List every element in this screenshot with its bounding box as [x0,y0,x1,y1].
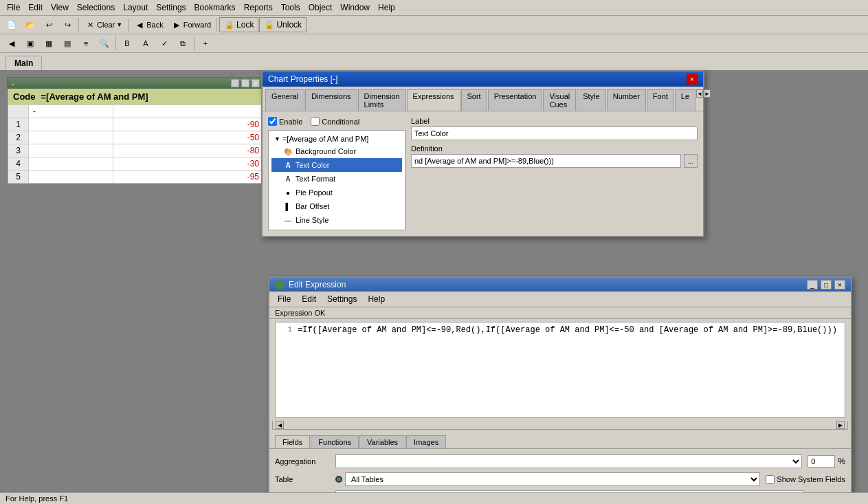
menu-file[interactable]: File [3,1,24,14]
tree-item-bar-offset[interactable]: ▌Bar Offset [271,199,402,213]
table-select[interactable]: All Tables [345,472,760,486]
expr-menu-help[interactable]: Help [364,293,389,305]
ss-row-value: -50 [113,131,263,144]
clear-button[interactable]: ✕ Clear ▼ [81,17,126,32]
expr-status: Expression OK [269,307,851,319]
aggregation-row: Aggregation % [275,454,845,468]
chart-tab-visual-cues[interactable]: Visual Cues [543,89,576,111]
menu-reports[interactable]: Reports [240,1,277,14]
tb2-btn2[interactable]: ▣ [21,36,39,51]
tree-root[interactable]: ▼ =[Average of AM and PM] [271,133,402,144]
expr-line-num: 1 [278,325,292,335]
conditional-checkbox[interactable] [311,117,320,126]
definition-expand-btn[interactable]: ... [684,154,698,168]
expr-bottom-tabs: FieldsFunctionsVariablesImages [269,432,851,449]
tab-main[interactable]: Main [5,56,42,70]
chart-tabs-prev[interactable]: ◄ [696,89,703,98]
chart-tab-font[interactable]: Font [647,89,674,111]
chart-tab-general[interactable]: General [265,89,304,111]
statusbar-text: For Help, press F1 [5,494,68,503]
tb2-btn3[interactable]: ▦ [40,36,58,51]
menu-view[interactable]: View [47,1,73,14]
tb2-btn7[interactable]: B [118,36,136,51]
tree-item-text-format[interactable]: AText Format [271,172,402,186]
chart-tab-sort[interactable]: Sort [461,89,487,111]
undo-button[interactable]: ↩ [40,17,58,32]
expr-tab-images[interactable]: Images [406,435,446,448]
ss-row-value: -30 [113,157,263,171]
table-row: - [8,105,264,118]
menu-bookmarks[interactable]: Bookmarks [190,1,240,14]
chart-tabs-next[interactable]: ► [704,89,711,98]
redo-button[interactable]: ↪ [58,17,76,32]
ss-close[interactable]: × [252,79,260,87]
lock-button[interactable]: 🔒 Lock [219,17,258,32]
expr-menu-file[interactable]: File [274,293,295,305]
chart-props-close[interactable]: × [687,74,698,85]
chart-tab-expressions[interactable]: Expressions [407,89,460,111]
tb2-btn10[interactable]: ⧉ [174,36,192,51]
back-button[interactable]: ◀ Back [131,17,166,32]
menu-tools[interactable]: Tools [277,1,304,14]
table-row: Table All Tables Show System Fields [275,472,845,486]
hscroll-right[interactable]: ▶ [836,421,845,429]
ss-restore[interactable]: □ [241,79,249,87]
expr-tab-functions[interactable]: Functions [311,435,359,448]
expr-status-text: Expression OK [275,309,325,317]
tree-item-pie-popout[interactable]: ●Pie Popout [271,186,402,199]
label-input[interactable] [411,127,698,140]
chart-tab-dimensions[interactable]: Dimensions [305,89,357,111]
enable-checkbox[interactable] [268,117,277,126]
tree-item-background-color[interactable]: 🎨Background Color [271,144,402,158]
back-label: Back [146,21,163,29]
chart-tab-presentation[interactable]: Presentation [488,89,543,111]
sep1 [78,18,79,32]
tb2-btn9[interactable]: ✓ [155,36,173,51]
tree-item-line-style[interactable]: —Line Style [271,213,402,227]
show-system-checkbox[interactable] [766,475,775,484]
ss-minimize[interactable]: - [231,79,239,87]
menu-settings[interactable]: Settings [152,1,190,14]
tb2-btn6[interactable]: 🔍 [96,36,113,51]
tree-item-label: Bar Offset [296,202,329,210]
menu-object[interactable]: Object [304,1,337,14]
expr-menu-edit[interactable]: Edit [298,293,320,305]
forward-button[interactable]: ▶ Forward [168,17,214,32]
menu-edit[interactable]: Edit [24,1,47,14]
unlock-button[interactable]: 🔓 Unlock [259,17,307,32]
menu-layout[interactable]: Layout [119,1,152,14]
chart-tab-number[interactable]: Number [607,89,646,111]
tb2-btn4[interactable]: ▤ [58,36,76,51]
all-tables-radio[interactable] [335,476,342,483]
edit-expression-dialog: Edit Expression _ □ × File Edit Settings… [268,276,852,504]
expr-tab-fields[interactable]: Fields [275,435,310,448]
new-button[interactable]: 📄 [3,17,21,32]
chart-tab-style[interactable]: Style [577,89,605,111]
expr-editor[interactable]: 1 =If([Average of AM and PM]<=-90,Red(),… [275,322,845,418]
expr-minimize-btn[interactable]: _ [807,280,818,289]
menu-selections[interactable]: Selections [73,1,119,14]
tb2-btn11[interactable]: + [197,36,214,51]
percent-row: % [808,455,845,468]
hscroll-left[interactable]: ◀ [276,421,284,429]
definition-input[interactable] [411,154,681,168]
tb2-btn8[interactable]: A [137,36,155,51]
expr-maximize-btn[interactable]: □ [821,280,832,289]
menu-window[interactable]: Window [336,1,374,14]
chart-props-dialog: Chart Properties [-] × GeneralDimensions… [261,70,704,237]
ss-row-num: 1 [8,118,29,131]
chart-tab-le[interactable]: Le [675,89,695,111]
tb2-btn5[interactable]: ≡ [77,36,95,51]
tree-item-label: Background Color [296,147,356,155]
tb2-btn1[interactable]: ◀ [3,36,21,51]
aggregation-select[interactable] [335,454,802,468]
open-button[interactable]: 📂 [21,17,39,32]
expr-tab-variables[interactable]: Variables [359,435,405,448]
expr-close-btn[interactable]: × [834,280,845,289]
show-system-label: Show System Fields [777,475,845,483]
expr-menu-settings[interactable]: Settings [323,293,361,305]
percent-input[interactable] [808,455,835,468]
menu-help[interactable]: Help [374,1,399,14]
chart-tab-dimension-limits[interactable]: Dimension Limits [358,89,406,111]
tree-item-text-color[interactable]: AText Color [271,158,402,172]
